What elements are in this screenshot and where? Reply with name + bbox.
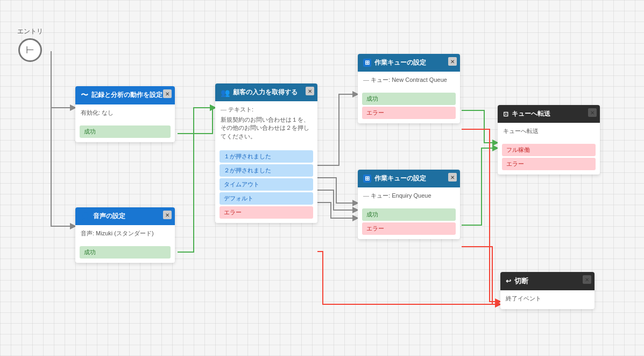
queue-icon-1: ⊞ bbox=[363, 59, 371, 67]
flow-canvas: { "entry": { "label": "エントリ", "icon": "⊢… bbox=[0, 0, 644, 356]
customer-input-text-label: テキスト: bbox=[228, 106, 253, 113]
work-queue-1-node: ⊞ 作業キューの設定 ✕ — キュー: New Contract Queue 成… bbox=[358, 54, 460, 123]
work-queue-2-ports: 成功 エラー bbox=[358, 206, 460, 239]
queue-transfer-node: ⊡ キューへ転送 ✕ キューへ転送 フル稼働 エラー bbox=[498, 105, 600, 174]
work-queue-2-header: ⊞ 作業キューの設定 ✕ bbox=[358, 170, 460, 187]
record-analysis-node: 〜 記録と分析の動作を設定 ✕ 有効化: なし 成功 bbox=[75, 86, 175, 142]
record-analysis-title: 記録と分析の動作を設定 bbox=[91, 91, 162, 100]
record-analysis-body: 有効化: なし bbox=[75, 104, 175, 123]
work-queue-2-label: キュー: Enquiry Queue bbox=[371, 192, 431, 199]
work-queue-1-close[interactable]: ✕ bbox=[448, 57, 457, 66]
disconnect-header: ↩ 切断 ✕ bbox=[500, 272, 595, 290]
voice-setting-body: 音声: Mizuki (スタンダード) bbox=[75, 225, 175, 244]
voice-setting-header: 👤 音声の設定 ✕ bbox=[75, 207, 175, 225]
disconnect-icon: ↩ bbox=[506, 277, 511, 285]
entry-node: エントリ ⊢ bbox=[17, 27, 43, 62]
customer-input-options: １が押されました ２が押されました タイムアウト デフォルト エラー bbox=[215, 147, 317, 223]
customer-input-header: 👥 顧客の入力を取得する ✕ bbox=[215, 83, 317, 101]
customer-input-close[interactable]: ✕ bbox=[306, 87, 314, 95]
voice-setting-info: 音声: Mizuki (スタンダード) bbox=[81, 229, 169, 238]
record-analysis-close[interactable]: ✕ bbox=[163, 89, 172, 98]
work-queue-1-title: 作業キューの設定 bbox=[374, 58, 426, 67]
customer-input-text-body: 新規契約のお問い合わせは１を、その他のお問い合わせは２を押してください。 bbox=[221, 116, 312, 141]
queue-transfer-close[interactable]: ✕ bbox=[588, 108, 597, 117]
voice-setting-close[interactable]: ✕ bbox=[163, 211, 172, 219]
customer-input-node: 👥 顧客の入力を取得する ✕ — テキスト: 新規契約のお問い合わせは１を、その… bbox=[215, 83, 317, 223]
transfer-icon: ⊡ bbox=[503, 110, 508, 118]
option-default-port: デフォルト bbox=[220, 192, 313, 205]
work-queue-1-error-port: エラー bbox=[362, 107, 456, 119]
entry-label: エントリ bbox=[17, 27, 43, 36]
work-queue-2-error-port: エラー bbox=[362, 222, 456, 235]
work-queue-1-success-port: 成功 bbox=[362, 93, 456, 105]
voice-setting-title: 音声の設定 bbox=[93, 212, 125, 221]
option-timeout-port: タイムアウト bbox=[220, 178, 313, 191]
queue-transfer-title: キューへ転送 bbox=[512, 109, 550, 118]
queue-transfer-header: ⊡ キューへ転送 ✕ bbox=[498, 105, 600, 123]
work-queue-1-body: — キュー: New Contract Queue bbox=[358, 72, 460, 90]
record-analysis-header: 〜 記録と分析の動作を設定 ✕ bbox=[75, 86, 175, 104]
people-icon: 👥 bbox=[221, 88, 230, 97]
work-queue-2-close[interactable]: ✕ bbox=[448, 173, 457, 182]
voice-setting-success-port: 成功 bbox=[80, 246, 171, 259]
disconnect-node: ↩ 切断 ✕ 終了イベント bbox=[500, 272, 595, 309]
voice-setting-node: 👤 音声の設定 ✕ 音声: Mizuki (スタンダード) 成功 bbox=[75, 207, 175, 263]
queue-transfer-error-port: エラー bbox=[502, 158, 596, 170]
disconnect-title: 切断 bbox=[514, 276, 528, 286]
voice-setting-ports: 成功 bbox=[75, 244, 175, 263]
work-queue-2-node: ⊞ 作業キューの設定 ✕ — キュー: Enquiry Queue 成功 エラー bbox=[358, 170, 460, 239]
disconnect-body: 終了イベント bbox=[500, 290, 595, 309]
customer-input-title: 顧客の入力を取得する bbox=[233, 88, 298, 97]
work-queue-2-success-port: 成功 bbox=[362, 208, 456, 221]
work-queue-1-label: キュー: New Contract Queue bbox=[371, 76, 447, 83]
work-queue-1-header: ⊞ 作業キューの設定 ✕ bbox=[358, 54, 460, 72]
record-analysis-info: 有効化: なし bbox=[81, 109, 169, 117]
queue-transfer-full-port: フル稼働 bbox=[502, 144, 596, 156]
queue-transfer-body: キューへ転送 bbox=[498, 123, 600, 142]
option-2-port: ２が押されました bbox=[220, 164, 313, 177]
record-analysis-ports: 成功 bbox=[75, 123, 175, 142]
work-queue-2-body: — キュー: Enquiry Queue bbox=[358, 187, 460, 206]
queue-icon-2: ⊞ bbox=[363, 174, 371, 183]
work-queue-2-title: 作業キューの設定 bbox=[374, 174, 426, 183]
option-1-port: １が押されました bbox=[220, 150, 313, 163]
customer-input-body: — テキスト: 新規契約のお問い合わせは１を、その他のお問い合わせは２を押してく… bbox=[215, 101, 317, 147]
customer-input-error-port: エラー bbox=[220, 206, 313, 219]
queue-transfer-info: キューへ転送 bbox=[503, 127, 595, 135]
wave-icon: 〜 bbox=[81, 90, 88, 100]
entry-circle: ⊢ bbox=[18, 38, 42, 62]
disconnect-close[interactable]: ✕ bbox=[583, 275, 591, 284]
disconnect-info: 終了イベント bbox=[506, 295, 589, 303]
record-analysis-success-port: 成功 bbox=[80, 125, 171, 138]
queue-transfer-ports: フル稼働 エラー bbox=[498, 142, 600, 174]
work-queue-1-ports: 成功 エラー bbox=[358, 90, 460, 123]
person-icon: 👤 bbox=[81, 212, 90, 221]
